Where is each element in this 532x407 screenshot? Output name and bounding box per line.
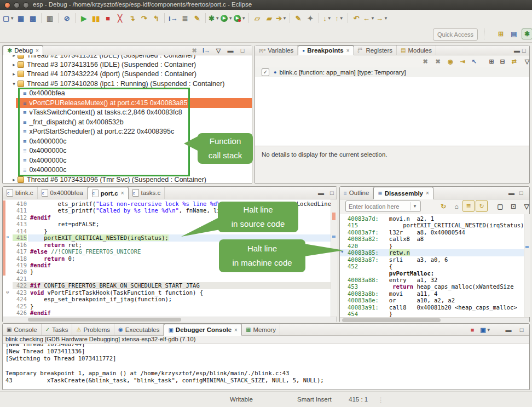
print-button[interactable]: ▥ [44,12,55,24]
disassembly-line[interactable]: pvPortMalloc: [340,270,524,277]
disassembly-ruler[interactable] [524,214,530,317]
disassembly-line[interactable]: ➜40083a85: retw.n [340,249,524,256]
window-maximize-button[interactable] [23,2,29,8]
tree-twisty-icon[interactable]: ▸ [10,177,18,182]
close-icon[interactable]: × [426,190,429,196]
display-console-button[interactable]: ▣▼ [480,324,491,336]
maximize-button[interactable]: □ [237,46,248,55]
debug-thread-row[interactable]: ▸Thread #6 1073431096 (Tmr Svc) (Suspend… [3,175,252,183]
disassembly-line[interactable]: 40083a7d: movi.n a2, 1 [340,215,524,222]
disassembly-line[interactable]: 452 { [340,263,524,270]
disassembly-code-area[interactable]: 40083a7d: movi.n a2, 1415 portEXIT_CRITI… [340,214,524,317]
scroll-thumb[interactable] [342,318,441,322]
debug-thread-row[interactable]: ▸Thread #2 1073411512 (IDLE) (Suspended … [3,55,252,60]
chevron-down-icon[interactable]: ▼ [215,16,219,21]
console-output[interactable]: [New Thread 1073468744][New Thread 10734… [3,344,529,389]
debug-thread-row[interactable]: ▸Thread #3 1073413156 (IDLE) (Suspended … [3,60,252,70]
terminate-button[interactable]: ■ [102,12,113,24]
disconnect-button[interactable]: ╳ [114,12,125,24]
editor-code-line[interactable]: 425} [3,303,331,309]
step-into-button[interactable]: ↴ [126,12,137,24]
collapse-all-button[interactable]: ⊟ [497,55,508,67]
debug-stack-frame-row[interactable]: ≡0x4000bfea [3,89,252,99]
new-view-button[interactable]: ▢ [495,200,506,213]
tree-twisty-icon[interactable]: ▸ [10,55,18,58]
forward-button[interactable]: →▼ [376,12,388,24]
resume-button[interactable]: ▶ [78,12,89,24]
breakpoint-checkbox[interactable]: ✓ [262,68,269,76]
remove-breakpoint-button[interactable]: ✖ [420,55,431,67]
disassembly-line[interactable]: 40083a88: entry a1, 32 [340,277,524,283]
open-new-view-button[interactable]: ⊡ [508,200,519,213]
show-supported-breakpoints-button[interactable]: ◉ [445,55,456,67]
tab-port-c[interactable]: cport.c× [88,187,129,199]
debug-stack-frame-row[interactable]: ≡vPortCPUReleaseMutex() at port.c:415 0x… [3,98,252,108]
maximize-button[interactable]: □ [519,190,523,196]
close-icon[interactable]: × [36,48,39,54]
disassembly-line[interactable]: 40083a8b: movi a11, 4 [340,290,524,297]
disassembly-line[interactable]: 40083a91: call8 0x40081b20 <heap_caps_ma… [340,304,524,311]
location-combo[interactable]: ▼ [345,200,421,212]
tab-0x4000bfea[interactable]: c0x4000bfea [38,187,88,199]
disassembly-hscrollbar[interactable] [340,317,529,323]
instruction-stepping-button[interactable]: i→ [167,12,178,24]
disassembly-line[interactable]: 454 } [340,311,524,317]
tab-tasks[interactable]: ✓Tasks [42,324,73,335]
disassembly-line[interactable]: 420 } [340,243,524,249]
save-button[interactable]: ▦ [15,12,26,24]
external-tools-button[interactable]: ▶▼ [234,12,246,24]
open-perspective-button[interactable]: ⊞ [495,28,506,39]
editor-hscrollbar[interactable] [3,317,337,322]
cpp-perspective-button[interactable]: ▤ [508,28,519,39]
new-button[interactable]: ▢▼ [3,12,14,24]
quick-access-button[interactable]: Quick Access [433,28,478,41]
chevron-down-icon[interactable]: ▼ [384,16,388,21]
chevron-down-icon[interactable]: ▼ [10,16,14,21]
view-menu-button[interactable]: ▽ [522,55,532,67]
disassembly-line[interactable]: 40083a82: callx8 a8 [340,236,524,242]
previous-annotation-button[interactable]: ↑▼ [334,12,345,24]
chevron-down-icon[interactable]: ▼ [410,202,419,210]
maximize-button[interactable]: □ [522,47,526,54]
expand-all-button[interactable]: ⊞ [486,55,497,67]
scroll-thumb[interactable] [28,318,181,322]
chevron-down-icon[interactable]: ▼ [487,328,491,333]
skip-breakpoints-button[interactable]: ↖ [469,55,479,67]
maximize-button[interactable]: □ [516,324,527,336]
tab-modules[interactable]: ▤Modules [397,45,436,55]
search-button[interactable]: ✦ [305,12,316,24]
tab-disassembly[interactable]: ≣Disassembly× [373,187,433,199]
chevron-down-icon[interactable]: ▼ [327,16,332,21]
minimize-button[interactable]: ▬ [225,46,236,55]
edit-source-lookup-button[interactable]: ✎ [192,12,203,24]
link-with-debug-button[interactable]: ⇄ [508,55,519,67]
tab-breakpoints[interactable]: ●Breakpoints× [298,45,354,55]
editor-code-line[interactable]: 426#endif [3,309,331,316]
tab-debugger-console[interactable]: ▣Debugger Console× [164,324,242,336]
minimize-button[interactable]: ▬ [503,324,514,336]
location-input[interactable] [346,203,410,210]
run-button[interactable]: ▶▼ [221,12,233,24]
editor-code-line[interactable]: 421 [3,276,331,282]
view-menu-button[interactable]: ▽ [213,46,224,55]
debug-stack-frame-row[interactable]: ≡_frxt_dispatch() at 0x4008532b [3,117,252,127]
editor-code-line[interactable]: 422#if CONFIG_FREERTOS_BREAK_ON_SCHEDULE… [3,282,331,289]
refresh-button[interactable]: ↻ [438,200,449,213]
debug-stack-frame-row[interactable]: ≡vTaskSwitchContext() at tasks.c:2,846 0… [3,108,252,118]
chevron-down-icon[interactable]: ▼ [241,16,246,21]
suspend-button[interactable]: ▮▮ [90,12,101,24]
debug-marker[interactable] [332,236,336,238]
view-menu-button[interactable]: ▽ [521,200,532,213]
remove-launch-button[interactable]: ■ [467,324,478,336]
debug-thread-row[interactable]: ▸Thread #4 1073432224 (dport) (Suspended… [3,70,252,79]
tab-problems[interactable]: ⚠Problems [72,324,114,335]
next-annotation-button[interactable]: ↓▼ [322,12,333,24]
tree-twisty-icon[interactable]: ▸ [10,62,18,67]
run-history-button[interactable]: ➔▼ [276,12,287,24]
close-icon[interactable]: × [346,48,350,54]
chevron-down-icon[interactable]: ▼ [371,16,375,21]
overview-ruler[interactable] [331,199,337,317]
tab-outline[interactable]: ≡Outline [340,187,373,199]
disassembly-line[interactable]: 415 portEXIT_CRITICAL_NESTED(irqStatus) [340,222,524,228]
remove-all-breakpoints-button[interactable]: ✖ [432,55,443,67]
